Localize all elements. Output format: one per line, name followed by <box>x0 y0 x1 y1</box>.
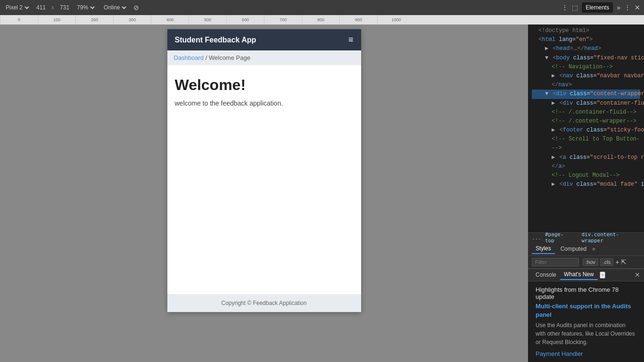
zoom-selector[interactable]: 79% <box>75 4 96 11</box>
no-throttle-icon: ⊘ <box>133 4 139 11</box>
ruler-tick-0: 0 <box>0 15 38 25</box>
ruler-tick-1000: 1000 <box>377 15 415 25</box>
ruler-tick-800: 800 <box>302 15 339 25</box>
tree-line-modal[interactable]: ▶ <div class="modal fade" id="exampleMod… <box>532 180 640 189</box>
app-title: Student Feedback App <box>175 36 256 44</box>
styles-tabs: Styles Computed » <box>532 244 595 254</box>
more-options-button[interactable]: ⋮ <box>561 4 568 11</box>
network-selector[interactable]: Online <box>102 4 128 11</box>
breadcrumb-dashboard-link[interactable]: Dashboard <box>174 54 204 61</box>
ruler-tick-200: 200 <box>75 15 113 25</box>
filter-input[interactable] <box>532 258 579 266</box>
tab-computed[interactable]: Computed <box>557 244 590 254</box>
tree-line-body[interactable]: ▼ <body class="fixed-nav sticky-footer b… <box>532 54 640 63</box>
whats-new-tab-container: What's New ✕ <box>560 270 605 280</box>
ruler-tick-300: 300 <box>113 15 151 25</box>
add-style-button[interactable]: + <box>615 258 619 266</box>
expand-pane-button[interactable]: ⇱ <box>621 258 627 266</box>
tree-line-head[interactable]: ▶ <head>…</head> <box>532 44 640 53</box>
feature2-title: Payment Handler <box>536 350 636 357</box>
whats-new-content: Highlights from the Chrome 78 update Mul… <box>528 281 644 362</box>
breadcrumb-current: Welcome Page <box>209 54 250 61</box>
devtools-panel: <!doctype html> <html lang="en"> ▶ <head… <box>528 25 644 362</box>
tree-line-a-close: </a> <box>532 162 640 171</box>
welcome-text: welcome to the feedback application. <box>175 99 354 107</box>
toolbar-right: ⋮ ⬚ Elements » ⋮ ✕ <box>561 2 640 13</box>
ruler-tick-900: 900 <box>339 15 377 25</box>
close-bottom-panel-button[interactable]: ✕ <box>635 271 640 279</box>
tree-line-content-wrapper[interactable]: ▼ <div class="content-wrapper"> == $0 <box>532 90 640 99</box>
dimension-height: 731 <box>60 4 69 11</box>
cls-button[interactable]: .cls <box>600 258 614 266</box>
hov-button[interactable]: :hov <box>583 258 598 266</box>
bc-page-top[interactable]: #page-top <box>545 231 573 244</box>
bc-sep-2 <box>576 235 579 241</box>
welcome-heading: Welcome! <box>175 76 354 94</box>
tab-whats-new[interactable]: What's New <box>560 270 598 280</box>
mobile-frame: Student Feedback App ≡ Dashboard / Welco… <box>167 29 361 312</box>
breadcrumb-separator: / <box>206 54 207 61</box>
filter-bar: :hov .cls + ⇱ <box>528 256 644 269</box>
top-toolbar: Pixel 2 411 x 731 79% Online ⊘ ⋮ ⬚ Eleme… <box>0 0 644 15</box>
ruler-tick-100: 100 <box>38 15 75 25</box>
whats-new-update-title: Highlights from the Chrome 78 update <box>536 286 636 300</box>
breadcrumb-bar: Dashboard / Welcome Page <box>167 50 361 65</box>
tree-line-scroll-comment-end: --> <box>532 144 640 153</box>
bc-content-wrapper[interactable]: div.content-wrapper <box>581 231 640 244</box>
tab-styles[interactable]: Styles <box>532 244 555 254</box>
styles-tabs-bar: Styles Computed » <box>528 243 644 256</box>
devtools-breadcrumb-bar: ... #page-top div.content-wrapper <box>528 232 644 243</box>
tree-line-scroll-comment: <!-- Scroll to Top Button- <box>532 135 640 144</box>
page-content: Welcome! welcome to the feedback applica… <box>167 65 361 294</box>
tree-line-comment-container: <!-- /.container-fluid--> <box>532 108 640 117</box>
close-whats-new-button[interactable]: ✕ <box>600 272 605 279</box>
tree-line-doctype: <!doctype html> <box>532 26 640 35</box>
browser-preview: Student Feedback App ≡ Dashboard / Welco… <box>0 25 528 362</box>
close-devtools-button[interactable]: ✕ <box>635 4 640 11</box>
ruler-tick-400: 400 <box>151 15 189 25</box>
ruler-tick-500: 500 <box>189 15 226 25</box>
feature1-title: Multi-client support in the Audits panel <box>536 302 636 319</box>
app-footer: Copyright © Feedback Application <box>167 294 361 312</box>
feature1-body: Use the Audits panel in combination with… <box>536 321 636 346</box>
main-area: Student Feedback App ≡ Dashboard / Welco… <box>0 25 644 362</box>
bottom-tabs-bar: Console What's New ✕ ✕ <box>528 269 644 281</box>
app-navbar: Student Feedback App ≡ <box>167 29 361 50</box>
devtools-chevron[interactable]: » <box>617 4 620 11</box>
tab-console[interactable]: Console <box>532 270 560 280</box>
device-selector[interactable]: Pixel 2 <box>4 4 31 11</box>
dim-x-sep: x <box>51 4 54 11</box>
ruler-tick-700: 700 <box>264 15 302 25</box>
breadcrumb-ellipsis: ... <box>532 235 541 241</box>
bottom-panel: Console What's New ✕ ✕ Highlights from t… <box>528 269 644 362</box>
tree-line-nav-close: </nav> <box>532 81 640 90</box>
tree-line-html[interactable]: <html lang="en"> <box>532 35 640 44</box>
devtools-more[interactable]: ⋮ <box>624 4 631 11</box>
hamburger-icon[interactable]: ≡ <box>348 35 354 45</box>
tree-line-nav-comment: <!-- Navigation--> <box>532 63 640 72</box>
tree-line-footer[interactable]: ▶ <footer class="sticky-footer">…</foote… <box>532 126 640 135</box>
tree-line-scroll-top[interactable]: ▶ <a class="scroll-to-top rounded" href=… <box>532 153 640 162</box>
tree-line-container-fluid[interactable]: ▶ <div class="container-fluid">…</div> <box>532 99 640 108</box>
html-tree[interactable]: <!doctype html> <html lang="en"> ▶ <head… <box>528 25 644 232</box>
tree-line-logout-comment: <!-- Logout Modal--> <box>532 171 640 180</box>
footer-text: Copyright © Feedback Application <box>222 300 307 306</box>
tab-elements[interactable]: Elements <box>582 2 613 13</box>
inspect-button[interactable]: ⬚ <box>572 4 578 11</box>
dimension-width: 411 <box>36 4 46 11</box>
filter-buttons: :hov .cls + ⇱ <box>583 258 627 266</box>
ruler-tick-600: 600 <box>226 15 264 25</box>
styles-more-icon[interactable]: » <box>592 246 595 252</box>
tree-line-nav[interactable]: ▶ <nav class="navbar navbar-expand-lg na… <box>532 72 640 81</box>
horizontal-ruler: 0 100 200 300 400 500 600 700 800 900 10… <box>0 15 644 25</box>
toolbar-center: Pixel 2 411 x 731 79% Online ⊘ <box>4 4 139 11</box>
tree-line-comment-wrapper: <!-- /.content-wrapper--> <box>532 117 640 126</box>
